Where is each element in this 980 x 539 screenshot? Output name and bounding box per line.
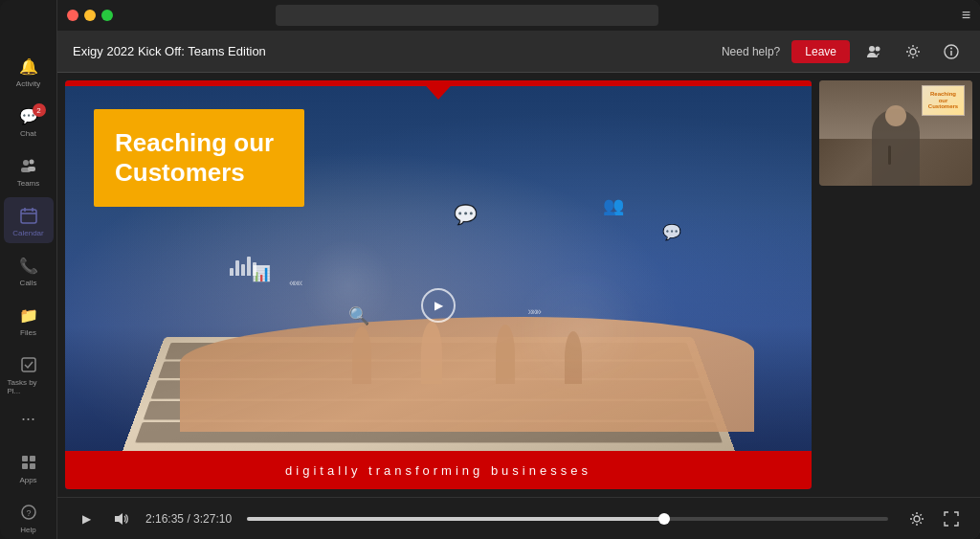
settings-control-button[interactable]	[903, 505, 930, 532]
time-current: 2:16:35 / 3:27:10	[145, 512, 232, 526]
glow-effect	[301, 237, 396, 333]
tasks-icon	[18, 354, 39, 375]
play-button[interactable]: ▶	[73, 505, 100, 532]
titlebar: ≡	[57, 0, 980, 31]
sidebar-item-teams[interactable]: Teams	[4, 147, 54, 193]
svg-rect-12	[30, 463, 35, 469]
close-button[interactable]	[67, 10, 78, 21]
sidebar-item-calendar[interactable]: Calendar	[4, 197, 54, 243]
leave-button[interactable]: Leave	[791, 40, 850, 63]
settings-icon[interactable]	[900, 38, 926, 65]
people-icon[interactable]	[861, 38, 888, 65]
svg-rect-4	[21, 210, 36, 223]
progress-handle[interactable]	[658, 513, 670, 525]
sidebar-item-label: Tasks by Pl...	[8, 378, 50, 395]
settings-control-icon	[909, 511, 924, 527]
slide-scene	[65, 212, 812, 451]
svg-point-17	[910, 49, 916, 55]
sidebar-item-apps[interactable]: Apps	[4, 444, 54, 490]
presentation-screen: ReachingourCustomers	[922, 85, 965, 116]
glow-effect-2	[513, 264, 647, 398]
maximize-button[interactable]	[101, 10, 113, 21]
help-icon: ?	[18, 502, 39, 523]
microphone-icon	[888, 146, 891, 165]
bottom-right-icons	[903, 505, 965, 532]
svg-text:?: ?	[26, 508, 31, 518]
chat-badge: 2	[33, 103, 46, 117]
presenter-head	[885, 105, 906, 126]
svg-rect-9	[22, 456, 28, 461]
bottom-controls: ▶ 2:16:35 / 3:27:10	[57, 497, 980, 539]
teams-icon	[18, 155, 39, 176]
sidebar-item-chat[interactable]: 💬 Chat 2	[4, 98, 54, 144]
info-icon[interactable]	[938, 38, 965, 65]
sidebar-item-help[interactable]: ? Help	[4, 494, 54, 539]
side-videos-panel: ReachingourCustomers	[819, 80, 972, 489]
sidebar-item-calls[interactable]: 📞 Calls	[4, 247, 54, 293]
sidebar-item-files[interactable]: 📁 Files	[4, 297, 54, 343]
minimize-button[interactable]	[84, 10, 96, 21]
fullscreen-icon	[944, 511, 959, 527]
svg-point-0	[23, 160, 29, 166]
meeting-title: Exigy 2022 Kick Off: Teams Edition	[73, 44, 266, 58]
slide-bottom-bar: digitally transforming businesses	[65, 451, 812, 489]
sidebar-item-label: Teams	[17, 179, 40, 188]
volume-button[interactable]	[107, 505, 134, 532]
meeting-controls: Need help? Leave	[722, 38, 965, 65]
svg-point-16	[876, 46, 880, 51]
svg-rect-3	[28, 167, 35, 171]
volume-icon	[113, 511, 128, 527]
svg-rect-11	[22, 463, 28, 469]
sidebar-item-label: Chat	[20, 129, 36, 138]
sidebar: 🔔 Activity 💬 Chat 2 Teams Calendar	[0, 0, 57, 539]
files-icon: 📁	[18, 304, 39, 326]
svg-rect-8	[22, 358, 35, 371]
sidebar-item-label: Calendar	[12, 229, 43, 237]
presenter-video: ReachingourCustomers	[819, 80, 972, 186]
titlebar-search[interactable]	[276, 5, 658, 26]
sidebar-item-label: Help	[20, 526, 35, 534]
svg-rect-10	[30, 456, 35, 461]
svg-point-1	[29, 160, 33, 165]
presenter-video-content: ReachingourCustomers	[819, 80, 972, 186]
sidebar-item-activity[interactable]: 🔔 Activity	[4, 48, 54, 94]
svg-point-15	[869, 46, 875, 52]
menu-icon[interactable]: ≡	[962, 7, 970, 24]
svg-point-22	[914, 516, 920, 522]
play-icon: ▶	[82, 512, 91, 526]
sidebar-item-label: Activity	[16, 79, 40, 88]
apps-icon	[18, 452, 39, 473]
slide-heading: Reaching our Customers	[115, 128, 283, 188]
sidebar-bottom: Apps ? Help	[4, 444, 54, 539]
sidebar-item-tasks[interactable]: Tasks by Pl...	[4, 347, 54, 401]
calls-icon: 📞	[18, 255, 39, 276]
content-area: 💬 📊 🔍 👥 💬 ▶ ««« »»»	[57, 73, 980, 497]
slide-title-box: Reaching our Customers	[94, 109, 304, 207]
slide-down-arrow	[419, 80, 457, 100]
window-controls	[67, 10, 113, 21]
sidebar-item-label: Apps	[19, 476, 36, 484]
more-apps-button[interactable]: ···	[21, 409, 35, 429]
slide-tagline: digitally transforming businesses	[285, 463, 591, 478]
main-video: 💬 📊 🔍 👥 💬 ▶ ««« »»»	[65, 80, 812, 489]
main-area: ≡ Exigy 2022 Kick Off: Teams Edition Nee…	[57, 0, 980, 539]
activity-icon: 🔔	[18, 56, 39, 77]
svg-marker-21	[115, 513, 122, 525]
need-help-link[interactable]: Need help?	[722, 45, 780, 58]
sidebar-item-label: Files	[20, 328, 36, 337]
meeting-header: Exigy 2022 Kick Off: Teams Edition Need …	[57, 31, 980, 73]
fullscreen-button[interactable]	[938, 505, 965, 532]
progress-bar[interactable]	[247, 517, 888, 521]
slide: 💬 📊 🔍 👥 💬 ▶ ««« »»»	[65, 80, 812, 489]
hands	[180, 317, 754, 432]
svg-point-20	[950, 47, 952, 49]
progress-fill	[247, 517, 663, 521]
sidebar-item-label: Calls	[20, 279, 37, 287]
calendar-icon	[18, 205, 39, 226]
